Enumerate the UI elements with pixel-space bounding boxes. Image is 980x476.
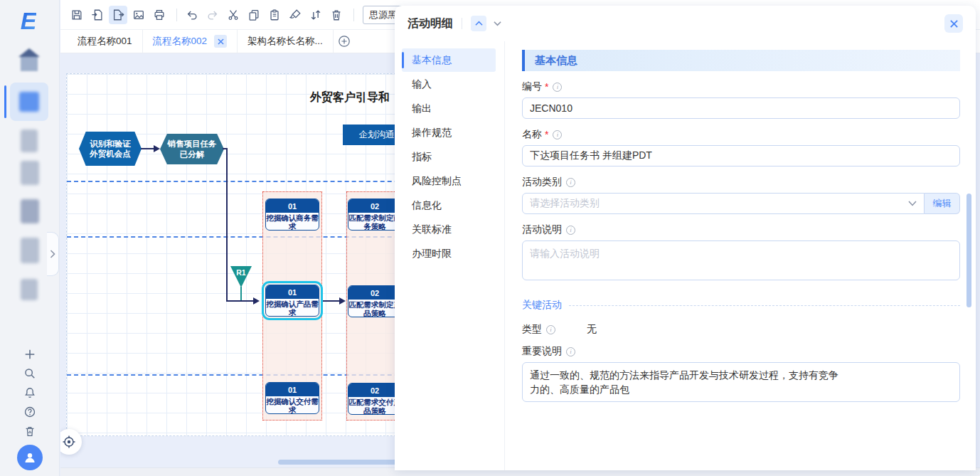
connector [226, 300, 253, 302]
info-icon[interactable]: i [553, 130, 562, 139]
event-node-start[interactable]: 识别和验证外贸机会点 [79, 132, 142, 166]
cut-button[interactable] [224, 6, 243, 24]
image-button[interactable] [129, 6, 148, 24]
tab-process-002[interactable]: 流程名称002 [143, 30, 238, 53]
panel-nav: 基本信息 输入 输出 操作规范 指标 风险控制点 信息化 关联标准 办理时限 [395, 41, 505, 470]
info-icon[interactable]: i [566, 178, 575, 187]
person-icon [23, 450, 37, 465]
notifications-button[interactable] [19, 385, 41, 401]
panel-nav-operation-spec[interactable]: 操作规范 [402, 121, 496, 144]
event-node-mid[interactable]: 销售项目任务已分解 [160, 134, 224, 164]
question-icon [23, 406, 36, 418]
toolbar-separator [176, 9, 177, 21]
edit-category-button[interactable]: 编辑 [925, 193, 960, 214]
next-activity-button[interactable] [489, 16, 505, 31]
connector [141, 148, 155, 149]
left-sidebar: E [0, 0, 60, 476]
type-row: 类型i 无 [522, 323, 960, 336]
activity-card[interactable]: 02 匹配需求制定商务策略 [348, 199, 402, 231]
add-tab-button[interactable] [334, 30, 355, 53]
name-input[interactable] [522, 145, 960, 166]
activity-card[interactable]: 01 挖掘确认交付需求 [265, 382, 319, 414]
note-label: 重要说明i [522, 345, 960, 358]
save-button[interactable] [68, 6, 86, 24]
sidebar-expand-handle[interactable] [47, 232, 59, 276]
panel-nav-related-standards[interactable]: 关联标准 [402, 218, 496, 241]
active-indicator [4, 85, 6, 118]
export-button[interactable] [109, 6, 127, 24]
close-icon [218, 38, 224, 45]
panel-nav-indicators[interactable]: 指标 [402, 145, 496, 169]
search-button[interactable] [19, 366, 41, 381]
import-button[interactable] [88, 6, 107, 24]
recycle-bin-button[interactable] [19, 423, 41, 439]
code-input[interactable] [522, 97, 960, 119]
undo-button[interactable] [183, 6, 201, 24]
add-button[interactable] [19, 347, 41, 362]
plus-icon [23, 348, 36, 361]
connector [322, 300, 341, 302]
user-avatar[interactable] [17, 445, 43, 470]
sync-button[interactable] [307, 6, 325, 24]
required-mark: * [545, 81, 548, 92]
activity-card-selected[interactable]: 01 挖掘确认产品需求 [265, 285, 319, 317]
tab-process-001[interactable]: 流程名称001 [68, 30, 143, 53]
copy-button[interactable] [245, 6, 263, 24]
panel-header: 活动明细 [395, 6, 976, 41]
info-icon[interactable]: i [546, 325, 555, 334]
format-brush-button[interactable] [286, 6, 304, 24]
description-textarea[interactable] [522, 240, 960, 280]
panel-nav-risk-control[interactable]: 风险控制点 [402, 169, 496, 193]
key-activity-title: 关键活动 [522, 299, 562, 312]
note-textarea[interactable]: 通过一致的、规范的方法来指导产品开发与技术研发过程，支持有竞争 力的、高质量的产… [522, 362, 960, 402]
trash-icon [23, 425, 36, 438]
panel-nav-time-limit[interactable]: 办理时限 [402, 242, 496, 265]
panel-title: 活动明细 [408, 16, 453, 31]
info-icon[interactable]: i [553, 83, 562, 92]
chevron-up-icon [475, 21, 483, 26]
search-icon [23, 367, 36, 380]
sidebar-item[interactable] [21, 238, 39, 263]
sidebar-item-active[interactable] [10, 83, 48, 121]
plus-circle-icon [338, 35, 351, 48]
category-placeholder: 请选择活动类别 [530, 197, 600, 210]
sidebar-item[interactable] [21, 199, 39, 223]
chevron-right-icon [50, 250, 55, 258]
panel-scrollbar[interactable] [966, 194, 971, 307]
delete-button[interactable] [327, 6, 346, 24]
activity-card[interactable]: 01 挖掘确认商务需求 [265, 199, 319, 231]
code-label: 编号*i [522, 80, 960, 93]
app-logo: E [11, 6, 46, 36]
category-label: 活动类别i [522, 176, 960, 189]
home-icon[interactable] [18, 48, 40, 73]
close-panel-button[interactable] [944, 14, 963, 33]
activity-card[interactable]: 02 匹配需求交付产品策略 [348, 383, 402, 415]
sidebar-item[interactable] [21, 129, 38, 152]
name-label: 名称*i [522, 128, 960, 141]
close-tab-button[interactable] [214, 35, 227, 48]
panel-content: 基本信息 编号*i 名称*i 活动类别i 请选择活动类别 编辑 活 [505, 41, 976, 470]
panel-nav-informatization[interactable]: 信息化 [402, 194, 496, 217]
horizontal-scrollbar[interactable] [278, 460, 399, 465]
sidebar-item[interactable] [21, 279, 38, 300]
tab-architecture[interactable]: 架构名称长名称... [238, 30, 334, 53]
risk-marker[interactable]: R1 [230, 266, 252, 287]
info-icon[interactable]: i [566, 347, 575, 356]
paste-button[interactable] [265, 6, 284, 24]
redo-button[interactable] [203, 6, 222, 24]
help-button[interactable] [19, 404, 41, 420]
panel-nav-basic-info[interactable]: 基本信息 [402, 48, 496, 72]
sidebar-item[interactable] [21, 161, 39, 185]
panel-nav-input[interactable]: 输入 [402, 73, 496, 96]
dashed-divider [569, 305, 960, 306]
diagram-title: 外贸客户引导和 [310, 90, 390, 105]
info-icon[interactable]: i [566, 226, 575, 235]
category-select[interactable]: 请选择活动类别 [522, 193, 925, 214]
prev-activity-button[interactable] [471, 16, 486, 31]
panel-nav-output[interactable]: 输出 [402, 97, 496, 120]
print-button[interactable] [150, 6, 169, 24]
arrowhead [154, 145, 160, 152]
locate-button[interactable] [60, 429, 82, 455]
divider [462, 18, 462, 29]
activity-card[interactable]: 02 匹配需求制定产品策略 [348, 285, 402, 317]
